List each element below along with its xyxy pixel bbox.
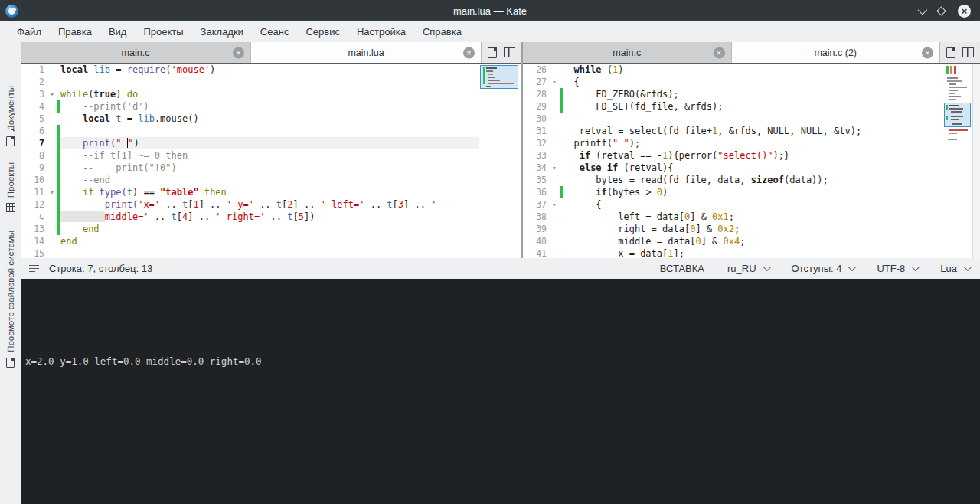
line-number: 27 bbox=[523, 76, 549, 88]
menu-item-7[interactable]: Настройка bbox=[348, 23, 414, 41]
code-line[interactable]: 37▾ { bbox=[523, 198, 943, 211]
split-view-button[interactable] bbox=[504, 47, 515, 57]
code-line[interactable]: 40 middle = data[0] & 0x4; bbox=[523, 235, 943, 247]
code-text: end bbox=[60, 235, 479, 247]
minimize-button[interactable] bbox=[918, 5, 928, 15]
tab-main-c[interactable]: main.c× bbox=[21, 42, 251, 63]
code-line[interactable]: 5 local t = lib.mouse() bbox=[21, 113, 479, 125]
code-text bbox=[60, 125, 479, 137]
code-line[interactable]: 26 while (1) bbox=[523, 64, 943, 76]
fold-arrow-icon[interactable]: ▾ bbox=[47, 88, 57, 100]
split-view-button[interactable] bbox=[962, 47, 974, 57]
minimap-scrollbar[interactable] bbox=[479, 64, 521, 258]
menu-item-5[interactable]: Сеанс bbox=[252, 23, 298, 41]
line-number: 4 bbox=[21, 100, 47, 113]
code-line[interactable]: 41 x = data[1]; bbox=[523, 247, 943, 258]
fold-column bbox=[47, 247, 57, 258]
code-line[interactable]: 28 FD_ZERO(&rfds); bbox=[523, 88, 943, 100]
code-line[interactable]: 34▾ else if (retval){ bbox=[523, 162, 943, 174]
minimap-scrollbar[interactable] bbox=[943, 64, 972, 258]
code-line[interactable]: 31 retval = select(fd_file+1, &rfds, NUL… bbox=[523, 125, 943, 137]
code-line[interactable]: 13 end bbox=[21, 223, 479, 235]
indentation-select[interactable]: Отступы: 4 bbox=[792, 263, 854, 274]
code-line[interactable]: 10 --end bbox=[21, 174, 479, 186]
code-line[interactable]: 15 bbox=[21, 247, 479, 258]
dictionary-value: ru_RU bbox=[727, 263, 756, 274]
menu-item-0[interactable]: Файл bbox=[8, 23, 50, 41]
dictionary-select[interactable]: ru_RU bbox=[727, 263, 769, 274]
code-text: { bbox=[563, 198, 943, 211]
fold-column bbox=[549, 235, 560, 247]
maximize-button[interactable] bbox=[936, 6, 946, 16]
fold-column bbox=[549, 223, 560, 235]
close-icon[interactable]: × bbox=[233, 47, 244, 58]
new-document-button[interactable] bbox=[488, 47, 497, 58]
sidebar-item-documents[interactable]: Документы bbox=[0, 86, 21, 146]
close-icon[interactable]: × bbox=[714, 47, 725, 58]
code-line[interactable]: 2 bbox=[21, 76, 479, 88]
menu-item-3[interactable]: Проекты bbox=[135, 23, 191, 41]
indentation-value: Отступы: 4 bbox=[792, 263, 842, 274]
code-line[interactable]: 11▾ if type(t) == "table" then bbox=[21, 186, 479, 198]
code-line[interactable]: 12 print('x=' .. t[1] .. ' y=' .. t[2] .… bbox=[21, 198, 479, 211]
code-line[interactable]: 14end bbox=[21, 235, 479, 247]
code-line[interactable]: 39 right = data[0] & 0x2; bbox=[523, 223, 943, 235]
code-line[interactable]: 8 --if t[1] ~= 0 then bbox=[21, 149, 479, 162]
menu-item-1[interactable]: Правка bbox=[50, 23, 100, 41]
code-text: else if (retval){ bbox=[563, 162, 943, 174]
fold-column bbox=[47, 100, 57, 113]
code-line[interactable]: 7 print(" ") bbox=[21, 137, 479, 149]
code-line[interactable]: 3▾while(true) do bbox=[21, 88, 479, 100]
tab-main-c-2-[interactable]: main.c (2)× bbox=[732, 42, 941, 63]
terminal-panel[interactable]: x=2.0 y=1.0 left=0.0 middle=0.0 right=0.… bbox=[21, 279, 980, 504]
code-line[interactable]: 29 FD_SET(fd_file, &rfds); bbox=[523, 100, 943, 113]
code-line[interactable]: 36 if(bytes > 0) bbox=[523, 186, 943, 198]
code-text: x = data[1]; bbox=[563, 247, 943, 258]
fold-column bbox=[549, 113, 560, 125]
code-area[interactable]: 1local lib = require('mouse')23▾while(tr… bbox=[21, 64, 479, 258]
line-number: 35 bbox=[523, 174, 549, 186]
code-line[interactable]: 33 if (retval == -1){perror("select()");… bbox=[523, 149, 943, 162]
code-text: while (1) bbox=[563, 64, 943, 76]
insert-mode-indicator[interactable]: ВСТАВКА bbox=[660, 263, 704, 274]
code-line[interactable]: 4 --print('d') bbox=[21, 100, 479, 113]
code-line[interactable]: 35 bytes = read(fd_file, data, sizeof(da… bbox=[523, 174, 943, 186]
menu-item-8[interactable]: Справка bbox=[414, 23, 470, 41]
tab-label: main.lua bbox=[348, 47, 384, 58]
fold-arrow-icon[interactable]: ▾ bbox=[549, 162, 560, 174]
code-line[interactable]: 9 -- print("!0") bbox=[21, 162, 479, 174]
code-line[interactable]: 27▾ { bbox=[523, 76, 943, 88]
menu-item-2[interactable]: Вид bbox=[100, 23, 136, 41]
new-document-button[interactable] bbox=[946, 47, 956, 58]
close-icon[interactable]: × bbox=[922, 47, 933, 58]
fold-arrow-icon[interactable]: ▾ bbox=[549, 76, 560, 88]
syntax-value: Lua bbox=[940, 263, 957, 274]
code-line[interactable]: 30 bbox=[523, 113, 943, 125]
code-text: retval = select(fd_file+1, &rfds, NULL, … bbox=[563, 125, 943, 137]
menu-item-4[interactable]: Закладки bbox=[192, 23, 252, 41]
code-line[interactable]: 6 bbox=[21, 125, 479, 137]
fold-arrow-icon[interactable]: ▾ bbox=[549, 198, 560, 211]
encoding-select[interactable]: UTF-8 bbox=[877, 263, 917, 274]
tab-main-lua[interactable]: main.lua× bbox=[251, 42, 482, 63]
code-line[interactable]: ↳ middle=' .. t[4] .. ' right=' .. t[5]) bbox=[21, 211, 479, 223]
close-icon[interactable]: × bbox=[463, 47, 475, 58]
code-area[interactable]: 26 while (1)27▾ {28 FD_ZERO(&rfds);29 FD… bbox=[523, 64, 943, 258]
line-number: 32 bbox=[523, 137, 549, 149]
code-line[interactable]: 38 left = data[0] & 0x1; bbox=[523, 211, 943, 223]
sidebar-item-filesystem-browser[interactable]: Просмотр файловой системы bbox=[0, 231, 21, 368]
line-settings-icon[interactable] bbox=[29, 265, 39, 273]
fold-column bbox=[47, 64, 57, 76]
syntax-select[interactable]: Lua bbox=[940, 263, 969, 274]
right-tabbar: main.c×main.c (2)× bbox=[523, 42, 980, 64]
menu-item-6[interactable]: Сервис bbox=[297, 23, 348, 41]
vertical-scrollbar[interactable] bbox=[972, 64, 980, 258]
fold-column bbox=[47, 76, 57, 88]
fold-arrow-icon[interactable]: ▾ bbox=[47, 186, 57, 198]
code-line[interactable]: 32 printf(" "); bbox=[523, 137, 943, 149]
tool-sidebar: Документы Проекты Просмотр файловой сист… bbox=[0, 42, 21, 504]
close-button[interactable]: × bbox=[958, 5, 971, 18]
code-line[interactable]: 1local lib = require('mouse') bbox=[21, 64, 479, 76]
sidebar-item-projects[interactable]: Проекты bbox=[0, 162, 21, 212]
tab-main-c[interactable]: main.c× bbox=[523, 42, 732, 63]
